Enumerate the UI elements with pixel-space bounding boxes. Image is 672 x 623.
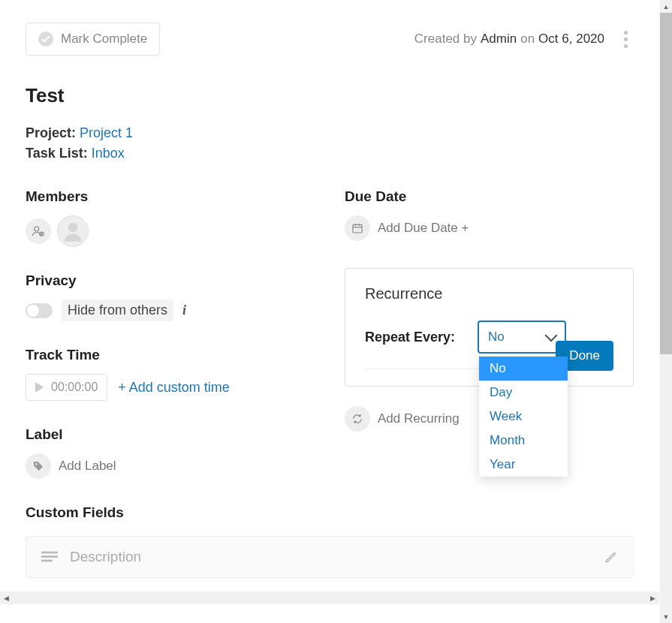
svg-point-2 xyxy=(68,223,78,233)
repeat-dropdown: No Day Week Month Year xyxy=(479,357,568,477)
pencil-icon[interactable] xyxy=(604,550,618,564)
members-heading: Members xyxy=(26,188,315,205)
repeat-option-no[interactable]: No xyxy=(479,357,568,381)
refresh-icon xyxy=(345,406,370,432)
repeat-option-week[interactable]: Week xyxy=(479,405,568,429)
chevron-down-icon xyxy=(545,330,558,342)
add-member-button[interactable] xyxy=(26,218,51,244)
repeat-selected-value: No xyxy=(488,330,505,345)
repeat-option-month[interactable]: Month xyxy=(479,429,568,453)
repeat-option-day[interactable]: Day xyxy=(479,381,568,405)
info-icon[interactable]: i xyxy=(182,302,186,318)
play-icon xyxy=(35,382,44,393)
privacy-toggle[interactable] xyxy=(26,303,53,318)
project-line: Project: Project 1 xyxy=(26,125,634,141)
more-menu-icon[interactable] xyxy=(618,31,634,48)
person-icon xyxy=(62,220,84,242)
track-time-heading: Track Time xyxy=(26,347,315,363)
svg-rect-5 xyxy=(41,552,58,554)
task-title: Test xyxy=(26,84,634,107)
add-due-date-row[interactable]: Add Due Date + xyxy=(345,215,634,241)
horizontal-scrollbar[interactable]: ◀ ▶ xyxy=(0,591,659,604)
repeat-option-year[interactable]: Year xyxy=(479,453,568,477)
add-recurring-text: Add Recurring xyxy=(378,411,460,426)
svg-point-0 xyxy=(35,227,39,231)
created-by-user: Admin xyxy=(481,32,517,47)
tag-icon xyxy=(26,453,51,479)
scroll-up-arrow-icon[interactable]: ▲ xyxy=(660,0,672,13)
timer-value: 00:00:00 xyxy=(51,381,98,394)
recurrence-panel: Recurrence Repeat Every: No No Day Week … xyxy=(345,268,634,387)
check-circle-icon xyxy=(38,32,53,47)
created-by: Created by Admin on Oct 6, 2020 xyxy=(414,32,604,47)
recurrence-heading: Recurrence xyxy=(365,285,613,302)
scroll-right-arrow-icon[interactable]: ▶ xyxy=(646,591,659,604)
task-list-label: Task List: xyxy=(26,146,88,161)
svg-rect-7 xyxy=(41,560,53,562)
svg-point-3 xyxy=(35,463,38,465)
task-list-line: Task List: Inbox xyxy=(26,146,634,161)
paragraph-icon xyxy=(41,550,58,564)
add-custom-time-link[interactable]: + Add custom time xyxy=(118,380,230,396)
repeat-select[interactable]: No No Day Week Month Year xyxy=(478,321,566,354)
privacy-heading: Privacy xyxy=(26,272,315,289)
description-box[interactable]: Description xyxy=(26,536,634,578)
project-label: Project: xyxy=(26,125,76,140)
due-date-heading: Due Date xyxy=(345,188,634,205)
mark-complete-label: Mark Complete xyxy=(61,32,147,47)
member-avatar[interactable] xyxy=(57,215,89,247)
user-plus-icon xyxy=(32,224,45,238)
hide-from-others-label: Hide from others xyxy=(62,299,173,321)
created-by-on: on xyxy=(520,32,535,47)
add-label-row[interactable]: Add Label xyxy=(26,453,315,479)
svg-rect-6 xyxy=(41,555,58,558)
svg-rect-4 xyxy=(353,224,362,233)
scroll-left-arrow-icon[interactable]: ◀ xyxy=(0,591,13,604)
label-heading: Label xyxy=(26,426,315,443)
header-row: Mark Complete Created by Admin on Oct 6,… xyxy=(26,23,634,56)
created-by-prefix: Created by xyxy=(414,32,477,47)
vertical-scrollbar[interactable]: ▲ ▼ xyxy=(659,0,672,623)
add-label-text: Add Label xyxy=(59,459,116,474)
repeat-every-label: Repeat Every: xyxy=(365,330,455,345)
project-link[interactable]: Project 1 xyxy=(80,125,133,140)
timer-box[interactable]: 00:00:00 xyxy=(26,374,107,401)
created-by-date: Oct 6, 2020 xyxy=(538,32,604,47)
scroll-thumb-y[interactable] xyxy=(660,13,672,354)
task-list-link[interactable]: Inbox xyxy=(92,146,125,161)
custom-fields-heading: Custom Fields xyxy=(26,504,315,521)
mark-complete-button[interactable]: Mark Complete xyxy=(26,23,160,56)
calendar-icon xyxy=(345,215,370,241)
add-due-date-text: Add Due Date + xyxy=(378,221,469,236)
description-placeholder: Description xyxy=(70,549,141,565)
scroll-down-arrow-icon[interactable]: ▼ xyxy=(660,610,672,623)
